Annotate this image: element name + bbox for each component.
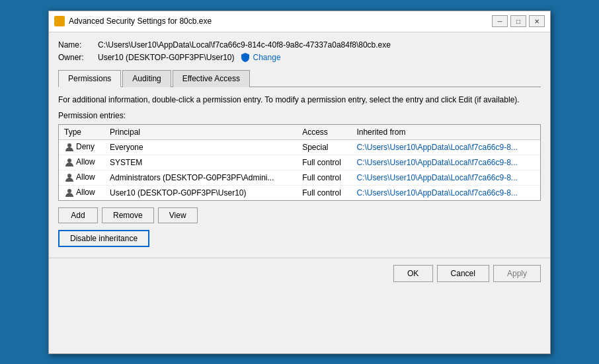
table-row[interactable]: AllowUser10 (DESKTOP-G0PF3PF\User10)Full… [59, 185, 540, 200]
tab-auditing[interactable]: Auditing [122, 70, 171, 87]
name-value: C:\Users\User10\AppData\Local\f7ca66c9-8… [98, 40, 391, 50]
tab-bar: Permissions Auditing Effective Access [58, 69, 541, 87]
table-row[interactable]: AllowAdministrators (DESKTOP-G0PF3PF\Adm… [59, 170, 540, 185]
owner-value: User10 (DESKTOP-G0PF3PF\User10) [98, 53, 235, 62]
titlebar: Advanced Security Settings for 80cb.exe … [49, 11, 550, 32]
cell-access: Full control [297, 155, 351, 170]
close-button[interactable]: ✕ [529, 15, 545, 27]
name-row: Name: C:\Users\User10\AppData\Local\f7ca… [58, 40, 541, 50]
view-button[interactable]: View [158, 207, 198, 223]
col-type: Type [59, 125, 104, 140]
description-text: For additional information, double-click… [58, 94, 541, 106]
change-link[interactable]: Change [240, 52, 281, 63]
bottom-buttons: OK Cancel Apply [49, 258, 550, 290]
main-window: Advanced Security Settings for 80cb.exe … [48, 11, 551, 354]
owner-label: Owner: [58, 53, 98, 62]
cell-type: Allow [59, 155, 104, 170]
permission-table-body: DenyEveryoneSpecialC:\Users\User10\AppDa… [59, 139, 540, 200]
table-row[interactable]: AllowSYSTEMFull controlC:\Users\User10\A… [59, 155, 540, 170]
user-icon [64, 142, 75, 153]
col-principal: Principal [104, 125, 297, 140]
owner-row: Owner: User10 (DESKTOP-G0PF3PF\User10) C… [58, 52, 541, 63]
table-row[interactable]: DenyEveryoneSpecialC:\Users\User10\AppDa… [59, 139, 540, 155]
titlebar-buttons: ─ □ ✕ [492, 15, 545, 27]
disable-inheritance-wrapper: Disable inheritance [58, 230, 541, 247]
dialog-content: Name: C:\Users\User10\AppData\Local\f7ca… [49, 32, 550, 255]
maximize-button[interactable]: □ [510, 15, 526, 27]
shield-icon [240, 52, 251, 63]
cell-type: Allow [59, 185, 104, 200]
window-icon [54, 16, 65, 26]
cancel-button[interactable]: Cancel [437, 265, 489, 282]
cell-principal: Everyone [104, 139, 297, 155]
svg-point-3 [67, 189, 71, 193]
col-inherited: Inherited from [351, 125, 540, 140]
user-icon [64, 157, 75, 168]
apply-button[interactable]: Apply [493, 265, 541, 282]
tab-permissions[interactable]: Permissions [58, 70, 121, 87]
tab-effective-access[interactable]: Effective Access [173, 70, 250, 87]
cell-inherited: C:\Users\User10\AppData\Local\f7ca66c9-8… [351, 170, 540, 185]
section-label: Permission entries: [58, 111, 541, 120]
user-icon [64, 172, 75, 183]
action-buttons: Add Remove View [58, 207, 541, 223]
cell-access: Full control [297, 170, 351, 185]
col-access: Access [297, 125, 351, 140]
cell-type: Deny [59, 139, 104, 155]
add-button[interactable]: Add [58, 207, 98, 223]
cell-access: Full control [297, 185, 351, 200]
svg-point-1 [67, 159, 71, 163]
cell-principal: SYSTEM [104, 155, 297, 170]
cell-inherited: C:\Users\User10\AppData\Local\f7ca66c9-8… [351, 185, 540, 200]
svg-point-0 [67, 143, 71, 147]
minimize-button[interactable]: ─ [492, 15, 508, 27]
user-icon [64, 188, 75, 198]
permission-table-wrapper: Type Principal Access Inherited from Den… [58, 124, 541, 201]
cell-principal: User10 (DESKTOP-G0PF3PF\User10) [104, 185, 297, 200]
ok-button[interactable]: OK [393, 265, 433, 282]
remove-button[interactable]: Remove [102, 207, 154, 223]
cell-access: Special [297, 139, 351, 155]
svg-point-2 [67, 174, 71, 178]
change-label: Change [253, 53, 281, 62]
name-label: Name: [58, 40, 98, 50]
permission-table: Type Principal Access Inherited from Den… [59, 125, 540, 200]
disable-inheritance-button[interactable]: Disable inheritance [58, 230, 149, 247]
cell-inherited: C:\Users\User10\AppData\Local\f7ca66c9-8… [351, 139, 540, 155]
table-header-row: Type Principal Access Inherited from [59, 125, 540, 140]
cell-principal: Administrators (DESKTOP-G0PF3PF\Admini..… [104, 170, 297, 185]
cell-inherited: C:\Users\User10\AppData\Local\f7ca66c9-8… [351, 155, 540, 170]
window-title: Advanced Security Settings for 80cb.exe [69, 17, 492, 26]
cell-type: Allow [59, 170, 104, 185]
